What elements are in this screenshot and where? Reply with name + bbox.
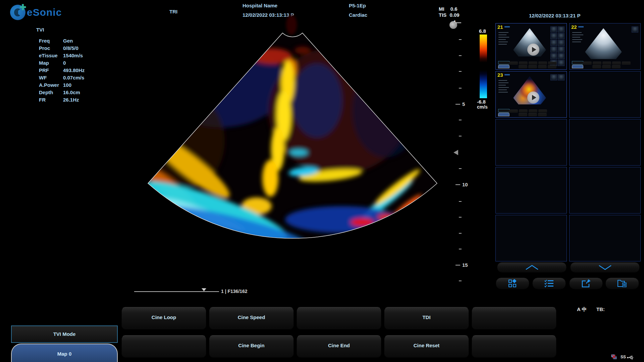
param-label: eTissue xyxy=(39,53,58,58)
thumbnail-subgrid xyxy=(550,74,565,81)
softkey-cine-end[interactable]: Cine End xyxy=(297,335,381,358)
clipboard-datetime: 12/02/2022 03:13:21 P xyxy=(529,13,580,18)
colorbar-unit: cm/s xyxy=(477,104,488,110)
mi-readout: MI 0.6 xyxy=(439,6,458,12)
softkey-cine-reset[interactable]: Cine Reset xyxy=(384,335,469,358)
thumbnail-map-button xyxy=(498,113,509,116)
ruler-label-10: 10 xyxy=(462,182,468,187)
thumbnail-softkeys xyxy=(509,110,548,113)
softkey-cine-begin[interactable]: Cine Begin xyxy=(209,335,294,358)
brand-name: eSonic xyxy=(27,7,62,18)
param-value: 100 xyxy=(63,82,71,88)
layout-grid-icon xyxy=(508,279,517,288)
ruler-major-tick xyxy=(455,265,460,265)
param-value: 0.07cm/s xyxy=(63,75,84,80)
ultrasound-screen: ✚ eSonic TRI Hospital Name 12/02/2022 03… xyxy=(0,0,644,362)
param-row: FR 26.1Hz xyxy=(39,97,99,104)
delete-button[interactable] xyxy=(605,278,639,289)
layout-button[interactable] xyxy=(496,278,529,289)
clipboard-thumbnail-21[interactable]: 21 xyxy=(495,23,567,70)
thumbnail-softkeys-2 xyxy=(519,113,548,116)
velocity-colorbar xyxy=(480,35,487,98)
clipboard-empty-cell xyxy=(495,167,567,214)
clipboard-thumbnail-23[interactable]: 23 xyxy=(495,71,567,118)
softkey-tdi[interactable]: TDI xyxy=(384,307,469,329)
thumbnail-subgrid xyxy=(550,26,565,67)
thumbnail-number: 23 xyxy=(497,72,503,78)
param-value: 0 xyxy=(63,60,66,66)
tvi-doppler-fan xyxy=(127,13,456,245)
mi-value: 0.6 xyxy=(450,6,458,12)
ruler-tick xyxy=(459,201,462,202)
thumbnail-logo-mark xyxy=(504,26,510,27)
probe-name: P5-1Ep xyxy=(349,3,366,8)
colorbar-min: -6.8 xyxy=(477,99,486,105)
ruler-tick xyxy=(459,88,462,88)
clipboard-empty-cell xyxy=(569,71,641,118)
ultrasound-image xyxy=(127,13,456,245)
focus-marker-icon xyxy=(453,150,458,155)
ruler-tick xyxy=(459,55,462,56)
thumbnail-param-text xyxy=(498,80,509,94)
thumbnail-param-text xyxy=(498,32,509,46)
param-value: 0/8/5/0 xyxy=(63,45,78,51)
checklist-icon xyxy=(544,279,554,288)
ruler-tick xyxy=(459,233,462,234)
export-icon xyxy=(581,279,591,288)
tvi-mode-button[interactable]: TVI Mode xyxy=(11,325,118,343)
thumbnail-mode-button xyxy=(498,61,509,64)
thumbnail-logo-mark xyxy=(578,26,584,27)
thumbnail-number: 22 xyxy=(571,24,577,30)
softkey-cine-loop[interactable]: Cine Loop xyxy=(121,307,206,329)
param-value: 493.80Hz xyxy=(63,67,85,73)
thumbnail-mode-button xyxy=(498,109,509,112)
ruler-tick xyxy=(459,136,462,136)
softkey-empty[interactable] xyxy=(472,335,556,358)
play-icon xyxy=(527,44,539,56)
clipboard-empty-cell xyxy=(569,119,641,166)
thumbnail-softkeys-2 xyxy=(592,65,622,68)
clipboard-empty-cell xyxy=(569,167,641,214)
softkey-empty[interactable] xyxy=(297,307,381,329)
esonic-logo: ✚ eSonic xyxy=(9,4,66,21)
param-row: PRF 493.80Hz xyxy=(39,67,99,75)
delete-folder-icon xyxy=(617,279,627,288)
param-label: WF xyxy=(39,75,47,80)
orientation-dash xyxy=(455,22,461,23)
mode-label: TVI xyxy=(36,27,44,33)
thumbnail-subgrid xyxy=(631,26,639,33)
input-language-indicator: A 中 xyxy=(577,306,587,313)
map-button[interactable]: Map 0 xyxy=(11,344,118,362)
usb-ss-indicator: SS xyxy=(621,355,634,359)
cine-position-marker[interactable] xyxy=(202,288,206,291)
frame-counter: 1 | F136/162 xyxy=(221,289,248,294)
ruler-tick xyxy=(459,168,462,169)
thumbnail-softkeys xyxy=(509,62,558,65)
param-row: Map 0 xyxy=(39,60,99,67)
clipboard-page-up-button[interactable] xyxy=(497,262,567,273)
clipboard-page-down-button[interactable] xyxy=(570,262,640,273)
thumbnail-softkeys-2 xyxy=(519,65,557,68)
param-label: Freq xyxy=(39,38,50,44)
usb-trident-icon xyxy=(627,355,634,359)
thumbnail-number: 21 xyxy=(497,24,503,30)
ruler-label-15: 15 xyxy=(462,262,468,268)
cine-progress-bar[interactable] xyxy=(134,291,219,292)
param-row: WF 0.07cm/s xyxy=(39,75,99,82)
param-value: 1540m/s xyxy=(63,53,83,58)
export-button[interactable] xyxy=(569,278,603,289)
param-row: Proc 0/8/5/0 xyxy=(39,45,99,53)
softkey-cine-speed[interactable]: Cine Speed xyxy=(209,307,294,329)
ruler-major-tick xyxy=(455,184,460,185)
clipboard-empty-cell xyxy=(569,215,641,261)
mi-label: MI xyxy=(439,6,444,12)
review-list-button[interactable] xyxy=(532,278,566,289)
clipboard-empty-cell xyxy=(495,215,567,261)
param-value: Gen xyxy=(63,38,73,44)
param-row: Freq Gen xyxy=(39,38,99,45)
ruler-tick xyxy=(459,281,462,281)
clipboard-thumbnail-22[interactable]: 22 xyxy=(569,23,641,70)
softkey-empty[interactable] xyxy=(121,335,206,358)
param-value: 16.0cm xyxy=(63,89,80,95)
softkey-empty[interactable] xyxy=(472,307,556,329)
